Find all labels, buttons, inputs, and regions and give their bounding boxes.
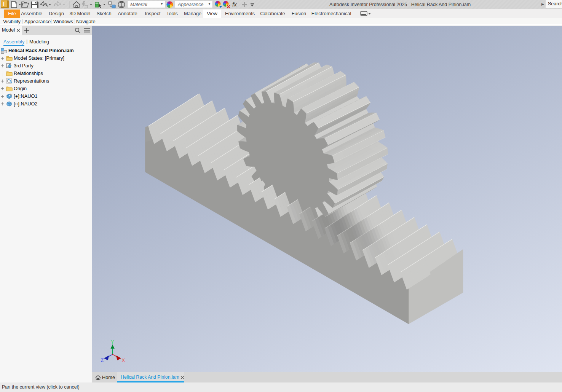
svg-text:Origin: Origin [14, 86, 27, 91]
svg-text:Representations: Representations [14, 78, 49, 84]
svg-text:X: X [122, 357, 125, 363]
svg-text:fx: fx [232, 1, 237, 8]
svg-text:3rd Party: 3rd Party [14, 63, 34, 69]
svg-text:Relationships: Relationships [14, 70, 43, 76]
svg-text:[○]:NAUO2: [○]:NAUO2 [14, 101, 38, 107]
svg-text:Z: Z [101, 357, 104, 363]
svg-text:Y: Y [111, 339, 114, 345]
svg-text:[●]:NAUO1: [●]:NAUO1 [14, 93, 38, 99]
svg-text:Model States: [Primary]: Model States: [Primary] [14, 55, 64, 61]
svg-text:Helical Rack And Pinion.iam: Helical Rack And Pinion.iam [8, 48, 74, 53]
svg-text:I: I [3, 1, 5, 7]
